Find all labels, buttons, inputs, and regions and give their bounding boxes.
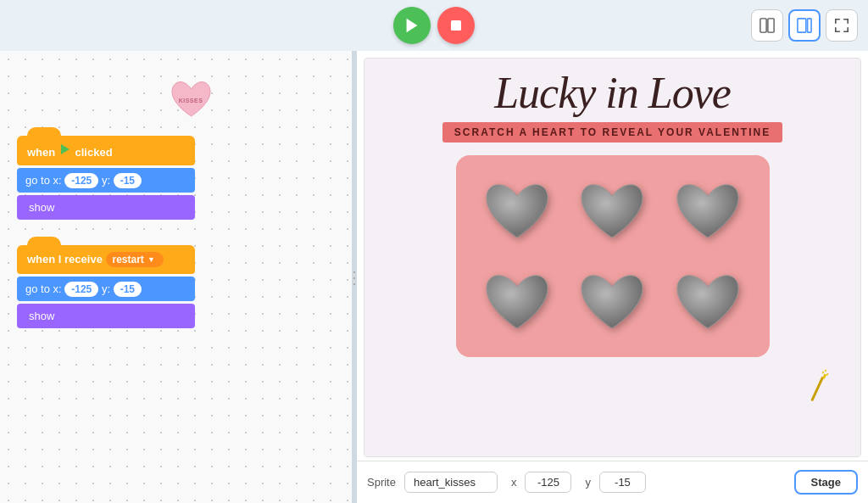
game-background: Lucky in Love SCRATCH A HEART TO REVEAL …	[364, 59, 860, 456]
show-block-1[interactable]: show	[17, 195, 195, 220]
svg-rect-4	[798, 19, 806, 32]
wand-icon	[797, 367, 840, 414]
heart-card-6[interactable]	[665, 261, 750, 342]
flag-icon	[58, 143, 72, 156]
sprite-name-field[interactable]: heart_kisses	[404, 472, 498, 493]
stage-panel: Lucky in Love SCRATCH A HEART TO REVEAL …	[357, 51, 868, 503]
green-flag-button[interactable]	[393, 7, 431, 44]
block-group-when-flag: when clicked go to x: -125 y: -15	[17, 136, 195, 220]
x-input-1[interactable]: -125	[64, 173, 98, 188]
x-coord-label: x	[511, 476, 517, 489]
motion-block-2[interactable]: go to x: -125 y: -15	[17, 277, 195, 301]
bottom-bar: Sprite heart_kisses x -125 y -15 Stage	[357, 461, 868, 503]
y-coord-label: y	[585, 476, 591, 489]
svg-line-9	[822, 372, 825, 374]
go-to-label-1: go to x:	[25, 174, 62, 187]
go-to-label-2: go to x:	[25, 282, 62, 295]
y-coord-field[interactable]: -15	[599, 472, 646, 493]
svg-marker-0	[407, 19, 418, 33]
y-input-1[interactable]: -15	[114, 173, 142, 188]
sprite-label: Sprite	[367, 476, 396, 489]
svg-rect-1	[451, 20, 461, 31]
toolbar	[0, 0, 868, 51]
heart-card-4[interactable]	[475, 261, 559, 342]
toolbar-controls	[751, 9, 858, 42]
y-label-1: y:	[102, 174, 110, 187]
x-input-2[interactable]: -125	[64, 282, 98, 297]
layout-button-2[interactable]	[788, 9, 821, 42]
dropdown-arrow-icon: ▼	[147, 255, 155, 264]
hearts-container	[456, 155, 770, 357]
svg-rect-3	[768, 19, 774, 32]
block-group-receive: when I receive restart ▼ go to x: -125 y…	[17, 245, 195, 328]
stop-button[interactable]	[437, 7, 475, 44]
svg-rect-5	[808, 19, 812, 32]
svg-line-11	[825, 370, 826, 372]
heart-card-1[interactable]	[475, 170, 559, 251]
y-input-2[interactable]: -15	[114, 282, 142, 297]
heart-card-3[interactable]	[665, 170, 750, 251]
restart-dropdown[interactable]: restart ▼	[106, 252, 164, 267]
svg-line-10	[826, 373, 829, 376]
fullscreen-button[interactable]	[826, 9, 858, 42]
y-label-2: y:	[102, 282, 110, 295]
svg-rect-2	[760, 19, 766, 32]
code-panel: KISSES when clicked	[0, 51, 352, 503]
kisses-label: KISSES	[179, 97, 203, 103]
show-block-2[interactable]: show	[17, 304, 195, 328]
clicked-text: clicked	[75, 146, 112, 159]
game-subtitle: SCRATCH A HEART TO REVEAL YOUR VALENTINE	[442, 122, 782, 143]
blocks-area: when clicked go to x: -125 y: -15	[17, 136, 195, 354]
heart-card-2[interactable]	[570, 170, 654, 251]
event-block-receive[interactable]: when I receive restart ▼	[17, 245, 195, 274]
svg-marker-6	[61, 144, 70, 154]
motion-block-1[interactable]: go to x: -125 y: -15	[17, 168, 195, 193]
game-title: Lucky in Love	[494, 71, 731, 115]
layout-button-1[interactable]	[751, 9, 783, 42]
show-label-1: show	[29, 201, 54, 214]
stage-area: Lucky in Love SCRATCH A HEART TO REVEAL …	[364, 58, 861, 457]
when-text: when	[27, 146, 55, 159]
svg-line-7	[806, 378, 828, 400]
x-coord-field[interactable]: -125	[525, 472, 571, 493]
hat-block-flag[interactable]: when clicked	[17, 136, 195, 165]
kisses-sprite: KISSES	[168, 76, 214, 123]
kisses-heart: KISSES	[168, 76, 214, 123]
panel-divider	[352, 51, 357, 503]
main-content: KISSES when clicked	[0, 51, 868, 503]
restart-label: restart	[113, 254, 144, 265]
heart-card-5[interactable]	[570, 261, 654, 342]
when-receive-text: when I receive	[27, 253, 103, 265]
stage-button[interactable]: Stage	[794, 470, 858, 495]
show-label-2: show	[29, 310, 54, 322]
